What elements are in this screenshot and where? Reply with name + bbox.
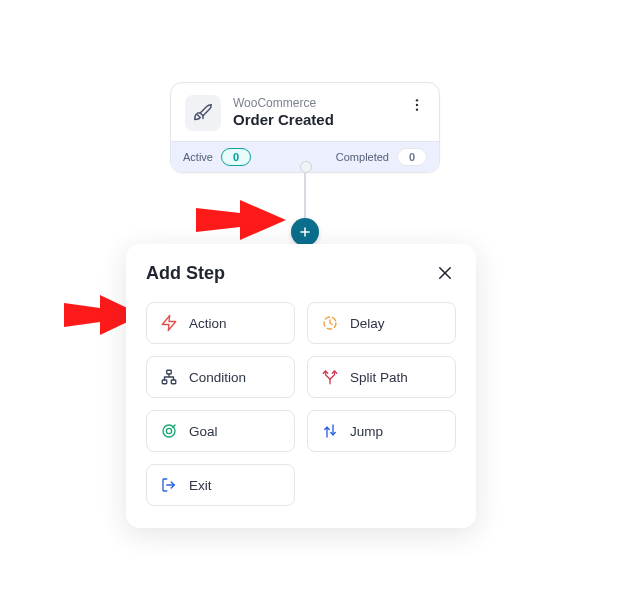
option-action[interactable]: Action — [146, 302, 295, 344]
option-jump[interactable]: Jump — [307, 410, 456, 452]
option-label: Jump — [350, 424, 383, 439]
add-step-button[interactable] — [291, 218, 319, 246]
option-goal[interactable]: Goal — [146, 410, 295, 452]
option-grid: Action Delay Condition Split Path Goal — [146, 302, 456, 506]
option-delay[interactable]: Delay — [307, 302, 456, 344]
panel-title: Add Step — [146, 263, 225, 284]
exit-icon — [159, 475, 179, 495]
svg-marker-9 — [162, 316, 176, 331]
panel-head: Add Step — [146, 262, 456, 284]
option-label: Action — [189, 316, 227, 331]
option-label: Goal — [189, 424, 218, 439]
stat-completed-pill: 0 — [397, 148, 427, 166]
option-label: Exit — [189, 478, 212, 493]
trigger-subtitle: WooCommerce — [233, 96, 334, 110]
more-menu-button[interactable] — [405, 93, 429, 117]
stat-completed: Completed 0 — [336, 148, 427, 166]
stat-active-label: Active — [183, 151, 213, 163]
option-split-path[interactable]: Split Path — [307, 356, 456, 398]
close-button[interactable] — [434, 262, 456, 284]
clock-icon — [320, 313, 340, 333]
plus-icon — [298, 225, 312, 239]
bolt-icon — [159, 313, 179, 333]
svg-point-2 — [416, 108, 418, 110]
target-icon — [159, 421, 179, 441]
connector-line — [304, 166, 306, 226]
trigger-labels: WooCommerce Order Created — [233, 96, 334, 130]
option-condition[interactable]: Condition — [146, 356, 295, 398]
stat-completed-label: Completed — [336, 151, 389, 163]
add-step-panel: Add Step Action Delay Condition — [126, 244, 476, 528]
rocket-icon — [185, 95, 221, 131]
option-label: Split Path — [350, 370, 408, 385]
option-exit[interactable]: Exit — [146, 464, 295, 506]
trigger-title: Order Created — [233, 110, 334, 130]
svg-marker-5 — [196, 200, 286, 240]
trigger-head: WooCommerce Order Created — [171, 83, 439, 141]
svg-point-15 — [166, 428, 171, 433]
stat-active-pill: 0 — [221, 148, 251, 166]
split-icon — [320, 367, 340, 387]
svg-point-1 — [416, 104, 418, 106]
trigger-card[interactable]: WooCommerce Order Created Active 0 Compl… — [170, 82, 440, 173]
option-label: Condition — [189, 370, 246, 385]
hierarchy-icon — [159, 367, 179, 387]
annotation-arrow-plus — [196, 200, 286, 240]
swap-icon — [320, 421, 340, 441]
close-icon — [436, 264, 454, 282]
svg-point-0 — [416, 99, 418, 101]
option-label: Delay — [350, 316, 385, 331]
